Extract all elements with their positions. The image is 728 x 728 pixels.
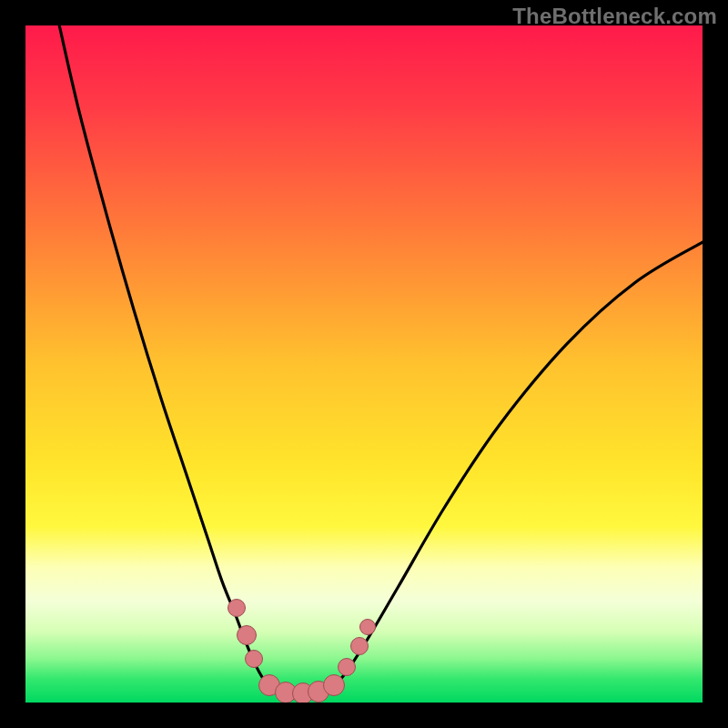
curve-marker: [323, 674, 345, 696]
plot-area: [25, 25, 703, 703]
curve-marker: [245, 650, 263, 668]
bottleneck-curve: [25, 25, 703, 703]
curve-marker: [228, 599, 246, 617]
curve-marker: [237, 625, 257, 645]
chart-frame: TheBottleneck.com: [0, 0, 728, 728]
watermark-text: TheBottleneck.com: [512, 4, 717, 29]
curve-marker: [359, 619, 376, 635]
curve-marker: [350, 637, 369, 655]
curve-marker: [338, 658, 356, 676]
